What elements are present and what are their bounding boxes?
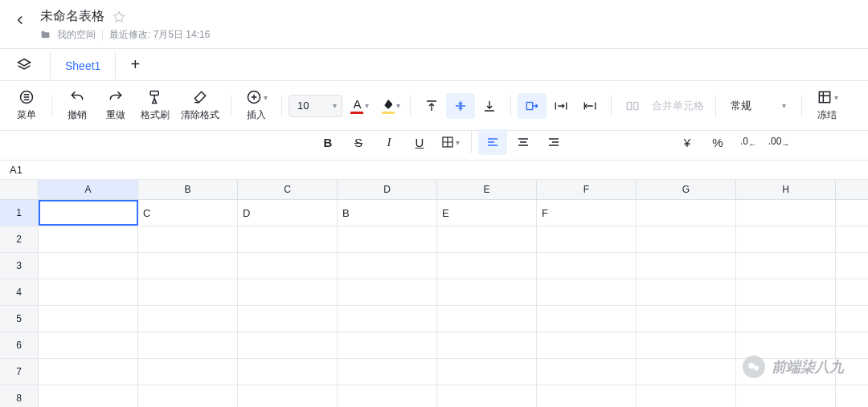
increase-decimal-button[interactable]: .00→ <box>764 129 793 155</box>
cell[interactable] <box>537 226 637 252</box>
cell[interactable] <box>39 385 138 407</box>
cell[interactable] <box>736 226 836 252</box>
row-header[interactable]: 8 <box>0 385 39 407</box>
back-button[interactable] <box>13 13 27 27</box>
cell[interactable] <box>537 385 637 407</box>
layers-icon[interactable] <box>8 52 40 78</box>
strike-button[interactable]: S <box>344 129 373 155</box>
cell[interactable] <box>437 359 537 385</box>
cell[interactable] <box>338 253 437 279</box>
decrease-decimal-button[interactable]: .0← <box>734 129 763 155</box>
align-right-button[interactable] <box>539 129 568 155</box>
col-header[interactable]: G <box>637 180 736 199</box>
align-bottom-button[interactable] <box>475 93 504 119</box>
cell[interactable] <box>338 306 437 332</box>
cell[interactable]: C <box>138 200 238 226</box>
row-header[interactable]: 3 <box>0 253 39 279</box>
cell[interactable] <box>637 200 736 226</box>
cell[interactable] <box>338 226 437 252</box>
cell[interactable] <box>736 332 836 358</box>
freeze-button[interactable]: ▾ 冻结 <box>809 86 845 125</box>
col-header[interactable]: A <box>39 180 138 199</box>
cell[interactable] <box>637 253 736 279</box>
col-header[interactable]: B <box>138 180 238 199</box>
cell[interactable] <box>736 200 836 226</box>
clear-format-button[interactable]: 清除格式 <box>176 86 224 125</box>
cell[interactable]: F <box>537 200 637 226</box>
cell[interactable] <box>637 306 736 332</box>
bold-button[interactable]: B <box>313 129 342 155</box>
star-icon[interactable] <box>113 10 125 23</box>
cell[interactable] <box>238 359 338 385</box>
wrap-overflow-button[interactable] <box>518 93 547 119</box>
row-header[interactable]: 4 <box>0 279 39 305</box>
align-left-button[interactable] <box>478 129 507 155</box>
cell[interactable] <box>637 332 736 358</box>
row-header[interactable]: 2 <box>0 226 39 252</box>
cell[interactable] <box>437 332 537 358</box>
wrap-text-button[interactable] <box>575 93 604 119</box>
redo-button[interactable]: 重做 <box>97 86 134 125</box>
row-header[interactable]: 6 <box>0 332 39 358</box>
fill-color-button[interactable]: ▾ <box>379 96 403 116</box>
cell[interactable] <box>138 226 238 252</box>
col-header[interactable]: F <box>537 180 637 199</box>
cell[interactable] <box>437 253 537 279</box>
cell[interactable] <box>39 253 138 279</box>
cell[interactable] <box>39 359 138 385</box>
percent-button[interactable]: % <box>703 129 732 155</box>
cell[interactable] <box>537 332 637 358</box>
cell[interactable] <box>39 200 138 226</box>
cell[interactable] <box>39 279 138 305</box>
underline-button[interactable]: U <box>405 129 434 155</box>
spreadsheet-grid[interactable]: A B C D E F G H 1 C D B E F 2 3 4 5 6 7 … <box>0 180 868 407</box>
cell[interactable] <box>138 306 238 332</box>
cell[interactable] <box>39 332 138 358</box>
border-button[interactable]: ▾ <box>436 129 465 155</box>
cell[interactable] <box>338 332 437 358</box>
cell[interactable] <box>39 306 138 332</box>
cell[interactable]: D <box>238 200 338 226</box>
cell[interactable] <box>736 385 836 407</box>
cell[interactable] <box>238 226 338 252</box>
row-header[interactable]: 7 <box>0 359 39 385</box>
cell[interactable] <box>437 226 537 252</box>
cell[interactable] <box>736 279 836 305</box>
align-middle-button[interactable] <box>446 93 475 119</box>
cell[interactable] <box>238 253 338 279</box>
col-header[interactable]: H <box>736 180 836 199</box>
number-format-select[interactable]: 常规 ▾ <box>723 99 795 113</box>
cell[interactable] <box>537 279 637 305</box>
folder-name[interactable]: 我的空间 <box>57 28 96 42</box>
format-painter-button[interactable]: 格式刷 <box>136 86 174 125</box>
name-box[interactable]: A1 <box>0 161 868 180</box>
cell[interactable] <box>238 332 338 358</box>
cell[interactable] <box>338 279 437 305</box>
cell[interactable] <box>138 279 238 305</box>
cell[interactable] <box>736 306 836 332</box>
cell[interactable] <box>537 306 637 332</box>
cell[interactable]: E <box>437 200 537 226</box>
doc-title[interactable]: 未命名表格 <box>40 8 104 25</box>
tab-sheet1[interactable]: Sheet1 <box>50 51 116 79</box>
cell[interactable] <box>637 279 736 305</box>
row-header[interactable]: 1 <box>0 200 39 226</box>
select-all-corner[interactable] <box>0 180 39 199</box>
row-header[interactable]: 5 <box>0 306 39 332</box>
cell[interactable] <box>238 279 338 305</box>
align-center-button[interactable] <box>509 129 538 155</box>
cell[interactable] <box>138 359 238 385</box>
undo-button[interactable]: 撤销 <box>59 86 96 125</box>
cell[interactable]: B <box>338 200 437 226</box>
insert-button[interactable]: ▾ 插入 <box>238 86 275 125</box>
cell[interactable] <box>736 253 836 279</box>
cell[interactable] <box>637 226 736 252</box>
cell[interactable] <box>338 359 437 385</box>
cell[interactable] <box>537 253 637 279</box>
cell[interactable] <box>537 359 637 385</box>
add-sheet-button[interactable]: + <box>119 52 151 77</box>
text-color-button[interactable]: A ▾ <box>347 96 372 116</box>
cell[interactable] <box>637 385 736 407</box>
cell[interactable] <box>138 385 238 407</box>
cell[interactable] <box>437 385 537 407</box>
